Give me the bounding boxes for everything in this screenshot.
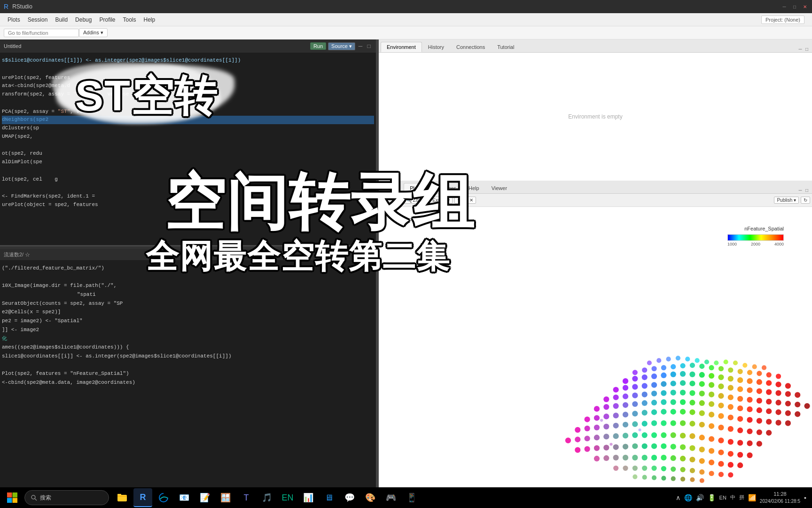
nav-next-plot[interactable]: ▶ — [392, 197, 401, 204]
svg-point-48 — [623, 385, 628, 390]
env-panel-minimize[interactable]: ─ — [797, 46, 804, 52]
menu-plots[interactable]: Plots — [4, 15, 24, 25]
svg-point-204 — [680, 456, 686, 461]
zoom-button[interactable]: 🔍 Zoom — [403, 197, 428, 204]
show-desktop-icon[interactable]: ▪ — [804, 494, 806, 501]
svg-point-28 — [776, 373, 781, 379]
taskbar-app-windows[interactable]: 🪟 — [216, 488, 235, 507]
taskbar-app-word[interactable]: 📝 — [195, 488, 214, 507]
terminal-line: <-cbind(spe2@meta.data, image2@coordinat… — [2, 378, 374, 387]
taskbar-app-file-explorer[interactable] — [113, 488, 132, 507]
menu-debug[interactable]: Debug — [71, 15, 95, 25]
svg-point-230 — [690, 477, 695, 482]
source-button[interactable]: Source ▾ — [328, 42, 355, 50]
svg-point-98 — [680, 399, 686, 405]
run-button[interactable]: Run — [310, 42, 326, 50]
input-method-zh[interactable]: 中 — [730, 494, 735, 501]
project-indicator[interactable]: Project: (None) — [761, 16, 804, 24]
tab-connections[interactable]: Connections — [450, 42, 491, 52]
plots-panel-minimize[interactable]: ─ — [797, 187, 804, 193]
menu-tools[interactable]: Tools — [119, 15, 140, 25]
env-panel-maximize[interactable]: □ — [804, 46, 810, 52]
clock-area[interactable]: 11:28 2024/02/06 11:28:5 — [760, 491, 800, 504]
menu-build[interactable]: Build — [51, 15, 71, 25]
menu-session[interactable]: Session — [24, 15, 52, 25]
input-method-en[interactable]: EN — [719, 495, 726, 500]
taskbar-app-9[interactable]: 🎮 — [382, 488, 400, 507]
svg-point-157 — [594, 435, 600, 440]
refresh-button[interactable]: ↻ — [801, 197, 810, 204]
tab-tutorial[interactable]: Tutorial — [491, 42, 520, 52]
taskbar-app-6[interactable]: 🎵 — [258, 488, 276, 507]
addins-button[interactable]: Addins ▾ — [79, 28, 108, 37]
clear-plots-button[interactable]: ✕ — [467, 197, 476, 204]
battery-icon: 🔋 — [708, 494, 716, 501]
terminal-tab-label[interactable]: 流速数2/ ☆ — [4, 251, 30, 258]
tab-history[interactable]: History — [422, 42, 450, 52]
svg-point-26 — [757, 371, 762, 376]
export-button[interactable]: Export ▾ — [429, 197, 453, 204]
go-to-file-input[interactable] — [4, 29, 79, 37]
plots-panel-maximize[interactable]: □ — [804, 187, 810, 193]
taskbar-app-10[interactable]: 📱 — [402, 488, 421, 507]
svg-point-154 — [565, 437, 571, 443]
taskbar-search[interactable]: 搜索 — [24, 490, 109, 505]
editor-minimize-icon[interactable]: ─ — [357, 43, 364, 49]
tab-packages[interactable]: Packages — [428, 183, 462, 193]
taskbar-app-mail[interactable]: 📧 — [175, 488, 194, 507]
taskbar-app-teams[interactable]: T — [237, 488, 256, 507]
maximize-button[interactable]: □ — [791, 3, 798, 10]
code-line — [2, 99, 374, 108]
volume-icon[interactable]: 🔊 — [696, 494, 704, 501]
taskbar-app-7[interactable]: EN — [278, 488, 297, 507]
terminal-content: ("./filtered_feature_bc_matrix/") 10X_Im… — [0, 260, 376, 391]
minimize-button[interactable]: ─ — [781, 3, 788, 10]
editor-maximize-icon[interactable]: □ — [366, 43, 372, 49]
tab-help[interactable]: Help — [462, 183, 485, 193]
svg-point-111 — [585, 416, 590, 422]
svg-point-108 — [775, 409, 781, 415]
taskbar-app-ai[interactable]: 🎨 — [361, 488, 380, 507]
close-button[interactable]: ✕ — [802, 3, 808, 10]
svg-rect-235 — [7, 492, 12, 498]
svg-point-147 — [709, 423, 714, 429]
svg-point-149 — [728, 426, 734, 432]
tab-plots[interactable]: Plots — [404, 183, 427, 193]
nav-prev-plot[interactable]: ◀ — [381, 197, 390, 204]
taskbar-app-r[interactable]: R — [133, 488, 152, 507]
input-method-pinyin[interactable]: 拼 — [739, 494, 744, 501]
svg-point-92 — [623, 402, 628, 408]
svg-point-14 — [642, 367, 647, 373]
tab-files[interactable]: Files — [381, 183, 404, 193]
svg-point-90 — [603, 404, 609, 410]
chevron-up-icon[interactable]: ∧ — [676, 494, 680, 501]
tab-viewer[interactable]: Viewer — [485, 183, 513, 193]
svg-point-205 — [689, 457, 695, 462]
svg-point-228 — [671, 476, 676, 481]
taskbar-app-wechat[interactable]: 💬 — [340, 488, 359, 507]
network-icon[interactable]: 🌐 — [684, 494, 692, 501]
svg-point-162 — [642, 432, 648, 438]
editor-tab[interactable]: Untitled — [4, 43, 21, 49]
wifi-icon[interactable]: 📶 — [748, 494, 756, 501]
taskbar-app-excel[interactable]: 📊 — [299, 488, 318, 507]
main-content: Untitled Run Source ▾ ─ □ s$slice1@coord… — [0, 40, 812, 487]
menu-profile[interactable]: Profile — [95, 15, 119, 25]
terminal-line: SeuratObject(counts = spe2, assay = "SP — [2, 299, 374, 308]
svg-point-119 — [661, 409, 666, 414]
edge-icon — [158, 492, 169, 503]
taskbar-app-8[interactable]: 🖥 — [320, 488, 338, 507]
publish-button[interactable]: Publish ▾ — [774, 197, 799, 204]
svg-point-7 — [714, 360, 718, 365]
svg-point-77 — [699, 391, 705, 397]
delete-plot-button[interactable]: 🗑 — [454, 197, 465, 204]
svg-point-16 — [661, 365, 666, 370]
tab-environment[interactable]: Environment — [381, 42, 422, 52]
start-button[interactable] — [2, 489, 23, 506]
svg-point-3 — [676, 356, 680, 360]
svg-point-132 — [785, 421, 791, 426]
svg-point-184 — [661, 443, 666, 449]
taskbar-app-edge[interactable] — [154, 488, 173, 507]
menu-help[interactable]: Help — [140, 15, 159, 25]
svg-point-136 — [603, 424, 609, 429]
